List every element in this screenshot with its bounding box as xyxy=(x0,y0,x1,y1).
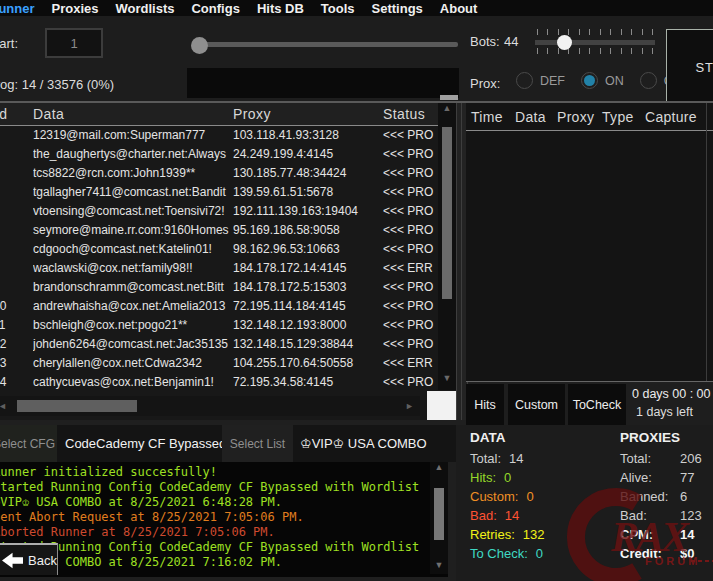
cell-proxy: 132.148.15.129:38844 xyxy=(233,335,379,354)
select-wordlist-button[interactable]: Select List xyxy=(222,425,293,462)
table-row[interactable]: 3 tcs8822@rcn.com:John1939** 130.185.77.… xyxy=(0,164,456,183)
menu-item[interactable]: Proxies xyxy=(52,1,99,16)
column-header-time[interactable]: Time xyxy=(471,109,515,125)
log-scrollbar[interactable]: ▲ ▼ xyxy=(430,462,448,574)
column-header-id[interactable]: Id xyxy=(0,103,9,125)
splitter-grip[interactable] xyxy=(440,95,458,100)
proxy-mode-radios: DEF ON OFF xyxy=(516,72,689,89)
cell-id: 12 xyxy=(0,335,7,354)
stat-value: 14 xyxy=(509,449,523,468)
stat-value: 0 xyxy=(504,468,511,487)
menu-item[interactable]: Configs xyxy=(191,1,239,16)
table-row[interactable]: 2 the_daughertys@charter.net:Always 24.2… xyxy=(0,145,456,164)
table-row[interactable]: 8 waclawski@cox.net:family98!! 184.178.1… xyxy=(0,259,456,278)
scroll-right-icon[interactable]: ► xyxy=(405,401,414,411)
cell-proxy: 72.195.34.58:4145 xyxy=(233,373,379,392)
menu-item[interactable]: Wordlists xyxy=(115,1,174,16)
stat-row: Hits: 0 xyxy=(470,468,545,487)
custom-tab-button[interactable]: Custom xyxy=(508,384,565,425)
select-config-button[interactable]: Select CFG xyxy=(0,425,57,462)
menu-item[interactable]: Runner xyxy=(0,1,35,16)
log-line: Started Running Config CodeCademy CF Byp… xyxy=(0,480,448,495)
cell-status: <<< PRO xyxy=(383,335,435,354)
table-row[interactable]: 10 andrewhaisha@cox.net:Amelia2013 72.19… xyxy=(0,297,456,316)
table-row[interactable]: 11 bschleigh@cox.net:pogo21** 132.148.12… xyxy=(0,316,456,335)
table-row[interactable]: 9 brandonschramm@comcast.net:Bitt 184.17… xyxy=(0,278,456,297)
cell-id: 13 xyxy=(0,354,7,373)
scrollbar-thumb[interactable] xyxy=(442,127,452,299)
vertical-scrollbar[interactable]: ▲ ▼ xyxy=(438,103,456,390)
menu-item[interactable]: Hits DB xyxy=(257,1,304,16)
table-row[interactable]: 4 tgallagher7411@comcast.net:Bandit 139.… xyxy=(0,183,456,202)
stat-row: Alive: 77 xyxy=(620,468,702,487)
cell-data: waclawski@cox.net:family98!! xyxy=(33,259,229,278)
scroll-down-icon[interactable]: ▼ xyxy=(438,373,456,383)
stat-value: 123 xyxy=(680,506,702,525)
data-stats-title: DATA xyxy=(470,430,545,449)
cell-id: 11 xyxy=(0,316,7,335)
start-input[interactable] xyxy=(45,28,103,58)
column-header-proxy[interactable]: Proxy xyxy=(557,109,602,125)
stat-row: Custom: 0 xyxy=(470,487,545,506)
stat-label: Hits: xyxy=(470,468,496,487)
start-slider-track[interactable] xyxy=(193,42,458,47)
stat-row: Banned: 6 xyxy=(620,487,702,506)
proxy-mode-radio[interactable]: DEF xyxy=(516,72,565,89)
stat-row: Credit: $0 xyxy=(620,544,702,563)
cell-id: 5 xyxy=(0,202,7,221)
column-header-proxy[interactable]: Proxy xyxy=(233,103,379,125)
stat-row: CPM: 14 xyxy=(620,525,702,544)
table-row[interactable]: 14 cathycuevas@cox.net:Benjamin1! 72.195… xyxy=(0,373,456,392)
menu-item[interactable]: About xyxy=(440,1,478,16)
stat-label: Credit: xyxy=(620,544,672,563)
menu-item[interactable]: Tools xyxy=(321,1,355,16)
bots-slider-track[interactable] xyxy=(535,40,655,45)
stat-label: Total: xyxy=(620,449,672,468)
bots-label: Bots: xyxy=(470,34,500,49)
column-header-status[interactable]: Status xyxy=(383,103,435,125)
radio-icon[interactable] xyxy=(640,72,657,89)
radio-icon[interactable] xyxy=(581,72,598,89)
stat-row: Total: 206 xyxy=(620,449,702,468)
table-row[interactable]: 13 cherylallen@cox.net:Cdwa2342 104.255.… xyxy=(0,354,456,373)
column-header-type[interactable]: Type xyxy=(602,109,645,125)
back-button[interactable]: Back xyxy=(0,543,58,575)
cell-id: 4 xyxy=(0,183,7,202)
proxies-stats-rows: Total: 206 Alive: 77 Banned: 6 Bad: xyxy=(620,449,702,563)
column-header-capture[interactable]: Capture xyxy=(645,109,697,125)
hits-tab-button[interactable]: Hits xyxy=(466,384,504,425)
scrollbar-thumb[interactable] xyxy=(17,400,137,412)
cell-status: <<< PRO xyxy=(383,164,435,183)
menu-bar: Runner Proxies Wordlists Configs Hits DB… xyxy=(0,0,713,16)
cell-proxy: 98.162.96.53:10663 xyxy=(233,240,379,259)
stop-button[interactable]: STOP xyxy=(666,29,713,105)
scrollbar-thumb[interactable] xyxy=(434,488,444,540)
hits-table: Time Data Proxy Type Capture xyxy=(466,103,713,382)
stat-label: Total: xyxy=(470,449,501,468)
start-slider-thumb[interactable] xyxy=(191,37,208,54)
table-row[interactable]: 7 cdgooch@comcast.net:Katelin01! 98.162.… xyxy=(0,240,456,259)
radio-icon[interactable] xyxy=(516,72,533,89)
horizontal-scrollbar[interactable]: ◄ ► xyxy=(0,396,420,416)
scroll-left-icon[interactable]: ◄ xyxy=(0,401,7,411)
stat-row: Retries: 132 xyxy=(470,525,545,544)
cell-id: 14 xyxy=(0,373,7,392)
column-header-data[interactable]: Data xyxy=(515,109,557,125)
table-row[interactable]: 1 12319@mail.com:Superman777 103.118.41.… xyxy=(0,126,456,145)
tocheck-tab-button[interactable]: ToCheck xyxy=(568,384,626,425)
log-line: Aborted Runner at 8/25/2021 7:05:06 PM. xyxy=(0,525,448,540)
cell-status: <<< ERR xyxy=(383,354,435,373)
cell-data: bschleigh@cox.net:pogo21** xyxy=(33,316,229,335)
proxy-mode-radio[interactable]: ON xyxy=(581,72,624,89)
stat-label: Banned: xyxy=(620,487,672,506)
menu-item[interactable]: Settings xyxy=(372,1,423,16)
column-header-data[interactable]: Data xyxy=(33,103,229,125)
table-row[interactable]: 6 seymore@maine.rr.com:9160Homes 95.169.… xyxy=(0,221,456,240)
bots-slider-thumb[interactable] xyxy=(557,35,572,50)
cell-proxy: 132.148.12.193:8000 xyxy=(233,316,379,335)
cell-status: <<< PRO xyxy=(383,316,435,335)
table-row[interactable]: 5 vtoensing@comcast.net:Toensivi72! 192.… xyxy=(0,202,456,221)
scroll-down-icon[interactable]: ▼ xyxy=(430,560,448,570)
table-row[interactable]: 12 johden6264@comcast.net:Jac35135 132.1… xyxy=(0,335,456,354)
config-name: CodeCademy CF Bypassed xyxy=(57,425,230,462)
